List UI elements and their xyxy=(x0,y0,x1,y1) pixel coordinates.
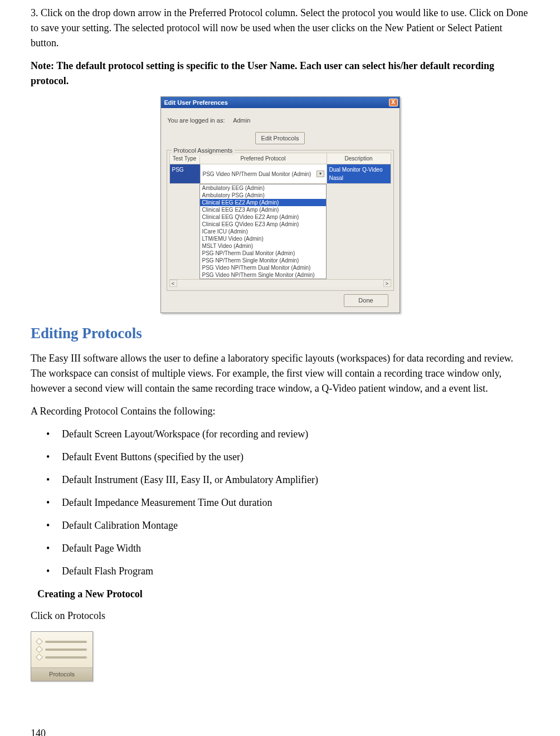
chevron-down-icon[interactable]: ▾ xyxy=(316,170,324,177)
scroll-right-icon[interactable]: > xyxy=(383,280,391,287)
edit-user-preferences-dialog: Edit User Preferences X You are logged i… xyxy=(160,96,400,313)
list-item: Default Calibration Montage xyxy=(46,518,529,533)
page-number: 140 xyxy=(31,726,529,737)
fieldset-legend: Protocol Assignments xyxy=(172,146,235,155)
edit-protocols-button[interactable]: Edit Protocols xyxy=(255,132,305,145)
cell-test-type: PSG xyxy=(170,164,200,183)
protocol-assignments-group: Protocol Assignments Test Type Preferred… xyxy=(167,150,394,291)
protocols-button[interactable]: Protocols xyxy=(31,631,93,681)
paragraph: A Recording Protocol Contains the follow… xyxy=(31,404,529,419)
dialog-title: Edit User Preferences xyxy=(164,98,228,108)
bullet-list: Default Screen Layout/Workspace (for rec… xyxy=(46,427,529,579)
dropdown-option[interactable]: LTM/EMU Video (Admin) xyxy=(200,235,326,242)
dropdown-option[interactable]: Clinical EEG QVideo EZ2 Amp (Admin) xyxy=(200,213,326,221)
dropdown-option[interactable]: Clinical EEG QVideo EZ3 Amp (Admin) xyxy=(200,221,326,228)
preferred-protocol-dropdown[interactable]: PSG Video NP/Therm Dual Monitor (Admin) … xyxy=(200,164,327,183)
step-text: Click on the drop down arrow in the Pref… xyxy=(31,7,528,48)
list-item: Default Flash Program xyxy=(46,564,529,579)
dialog-titlebar: Edit User Preferences X xyxy=(161,97,400,108)
dropdown-option[interactable]: PSG NP/Therm Dual Monitor (Admin) xyxy=(200,250,326,257)
subheading-creating-new-protocol: Creating a New Protocol xyxy=(37,587,529,602)
step-number: 3. xyxy=(31,7,38,18)
figure-edit-user-preferences: Edit User Preferences X You are logged i… xyxy=(31,96,529,313)
logged-in-label: You are logged in as: xyxy=(168,117,225,124)
dropdown-option[interactable]: ICare ICU (Admin) xyxy=(200,228,326,235)
dropdown-option[interactable]: PSG Video NP/Therm Single Monitor (Admin… xyxy=(200,271,326,279)
dropdown-selected-value: PSG Video NP/Therm Dual Monitor (Admin) xyxy=(203,170,311,178)
grid-row: PSG PSG Video NP/Therm Dual Monitor (Adm… xyxy=(169,164,391,184)
dropdown-option[interactable]: Ambulatory PSG (Admin) xyxy=(200,192,326,199)
ordered-step-3: 3. Click on the drop down arrow in the P… xyxy=(31,6,529,51)
list-item: Default Impedance Measurement Time Out d… xyxy=(46,495,529,510)
logged-in-user: Admin xyxy=(233,117,250,124)
heading-editing-protocols: Editing Protocols xyxy=(31,322,529,345)
dropdown-option[interactable]: PSG Video NP/Therm Dual Monitor (Admin) xyxy=(200,264,326,271)
dropdown-option[interactable]: MSLT Video (Admin) xyxy=(200,242,326,250)
header-description: Description xyxy=(327,153,391,164)
list-item: Default Event Buttons (specified by the … xyxy=(46,450,529,465)
dropdown-option[interactable]: Clinical EEG EZ2 Amp (Admin) xyxy=(200,199,326,206)
protocols-icon xyxy=(31,632,92,667)
done-button[interactable]: Done xyxy=(344,294,388,307)
paragraph: Click on Protocols xyxy=(31,608,529,623)
dropdown-list[interactable]: Ambulatory EEG (Admin)Ambulatory PSG (Ad… xyxy=(199,184,327,279)
paragraph: The Easy III software allows the user to… xyxy=(31,351,529,396)
protocols-button-label: Protocols xyxy=(31,667,92,681)
dropdown-option[interactable]: Clinical EEG EZ3 Amp (Admin) xyxy=(200,206,326,213)
list-item: Default Screen Layout/Workspace (for rec… xyxy=(46,427,529,442)
logged-in-row: You are logged in as: Admin xyxy=(168,116,394,125)
scroll-left-icon[interactable]: < xyxy=(169,280,177,287)
horizontal-scrollbar[interactable]: < > xyxy=(169,279,391,287)
dropdown-option[interactable]: PSG NP/Therm Single Monitor (Admin) xyxy=(200,257,326,264)
list-item: Default Instrument (Easy III, Easy II, o… xyxy=(46,472,529,488)
figure-protocols-button: Protocols xyxy=(31,631,529,681)
cell-description: Dual Monitor Q-Video Nasal xyxy=(327,164,391,183)
close-icon[interactable]: X xyxy=(389,99,398,106)
note-paragraph: Note: The default protocol setting is sp… xyxy=(31,59,529,89)
list-item: Default Page Width xyxy=(46,541,529,556)
dropdown-option[interactable]: Ambulatory EEG (Admin) xyxy=(200,184,326,192)
